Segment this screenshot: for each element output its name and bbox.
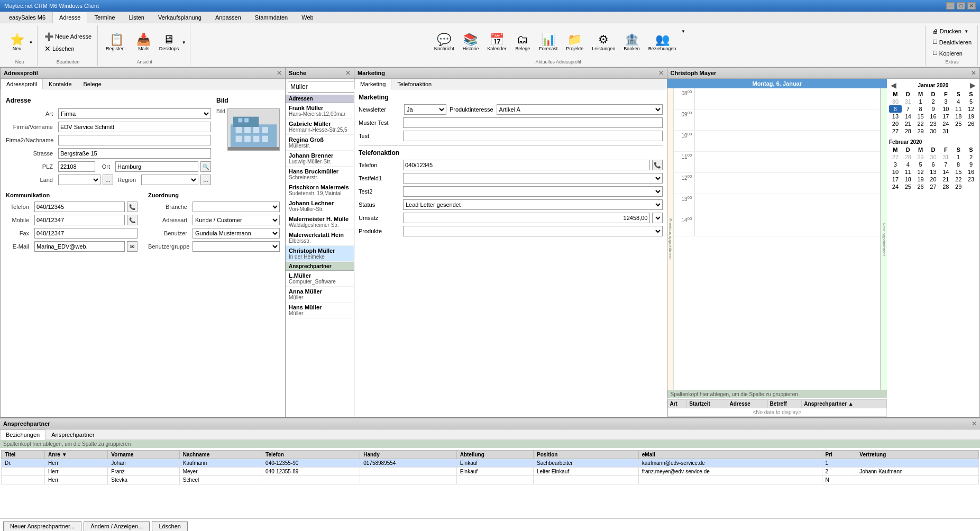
jan-w2-d6[interactable]: 11 — [952, 105, 965, 113]
jan-w2-d2[interactable]: 7 — [902, 105, 914, 113]
slot-12[interactable] — [695, 173, 881, 194]
suche-item-gabriele-mueller[interactable]: Gabriele Müller Hermann-Hesse-Str.25,5 — [286, 119, 354, 135]
ort-lookup-btn[interactable]: 🔍 — [200, 161, 211, 172]
neue-adresse-button[interactable]: ➕ Neue Adresse — [42, 31, 94, 42]
desktops-split[interactable]: 🖥 Desktops ▼ — [157, 32, 187, 53]
jan-w1-d1[interactable]: 30 — [889, 98, 902, 105]
ansp-row-meyer[interactable]: Herr Franz Meyer 040-12355-89 Einkauf Le… — [2, 468, 979, 476]
jan-w2-d3[interactable]: 8 — [914, 105, 927, 113]
suche-item-frank-mueller[interactable]: Frank Müller Hans-Meierstr.12,00mar — [286, 103, 354, 119]
branche-select[interactable] — [193, 202, 280, 212]
jan-w1-d6[interactable]: 4 — [952, 98, 965, 105]
aktuelles-more-btn[interactable]: ▼ — [681, 29, 686, 34]
new-dropdown-arrow[interactable]: ▼ — [29, 32, 34, 53]
tab-adressprofil[interactable]: Adressprofil — [1, 79, 43, 89]
minimize-button[interactable]: — — [946, 2, 955, 10]
banken-button[interactable]: 🏦 Banken — [620, 32, 644, 53]
produktinteresse-select[interactable]: Artikel A — [497, 104, 663, 115]
jan-w4-d5[interactable]: 24 — [939, 120, 952, 127]
tab-ansprechpartner[interactable]: Ansprechpartner — [45, 429, 100, 440]
testfeld1-select[interactable] — [403, 173, 663, 184]
ansprechpartner-close[interactable]: ✕ — [972, 420, 977, 427]
window-controls[interactable]: — □ ✕ — [946, 2, 976, 10]
email-input[interactable] — [34, 241, 125, 252]
region-btn[interactable]: … — [200, 175, 211, 185]
jan-w2-d7[interactable]: 12 — [965, 105, 977, 113]
tel-aktion-input[interactable] — [403, 160, 650, 170]
ansp-col-titel[interactable]: Titel — [2, 451, 45, 459]
january-prev-btn[interactable]: ◀ — [889, 81, 898, 89]
tab-kontakte[interactable]: Kontakte — [43, 79, 77, 89]
art-select[interactable]: Firma Person — [58, 108, 211, 119]
jan-w4-d4[interactable]: 23 — [927, 120, 940, 127]
new-ansprechpartner-btn[interactable]: Neuer Ansprechpartner... — [3, 521, 81, 531]
suche-item-johann-lechner[interactable]: Johann Lechner Von-Müller-Str. — [286, 198, 354, 214]
jan-w2-d4[interactable]: 9 — [927, 105, 940, 113]
ansp-col-abteilung[interactable]: Abteilung — [456, 451, 533, 459]
region-select[interactable] — [141, 175, 198, 185]
jan-w4-d7[interactable]: 26 — [965, 120, 977, 127]
tab-verkaufsplanung[interactable]: Verkaufsplanung — [151, 12, 208, 23]
slot-14[interactable] — [695, 215, 881, 236]
ansp-col-position[interactable]: Position — [534, 451, 639, 459]
ansp-col-handy[interactable]: Handy — [360, 451, 456, 459]
january-next-btn[interactable]: ▶ — [968, 81, 977, 89]
status-select[interactable]: Lead Letter gesendet — [403, 199, 663, 210]
firma2-input[interactable] — [58, 135, 211, 145]
mobile-dial-btn[interactable]: 📞 — [127, 215, 138, 225]
jan-w1-d2[interactable]: 31 — [902, 98, 914, 105]
jan-w4-d1[interactable]: 20 — [889, 120, 902, 127]
tab-telefonaktion[interactable]: Telefonaktion — [391, 79, 437, 89]
ansp-col-vorname[interactable]: Vorname — [108, 451, 179, 459]
drucken-split[interactable]: 🖨 Drucken ▼ — [930, 26, 969, 36]
maximize-button[interactable]: □ — [957, 2, 965, 10]
nachricht-button[interactable]: 💬 Nachricht — [431, 32, 458, 53]
tab-easysales[interactable]: easySales M6 — [2, 12, 52, 23]
historie-button[interactable]: 📚 Historie — [459, 32, 483, 53]
jan-w5-d3[interactable]: 29 — [914, 127, 927, 135]
jan-w4-d2[interactable]: 21 — [902, 120, 914, 127]
suche-item-hans-mueller[interactable]: Hans Müller Müller — [286, 303, 354, 318]
loeschen-button[interactable]: ✕ Löschen — [42, 43, 94, 54]
telefon-dial-btn[interactable]: 📞 — [127, 202, 138, 212]
umsatz-input[interactable] — [403, 213, 650, 223]
marketing-close[interactable]: ✕ — [658, 69, 664, 77]
suche-close[interactable]: ✕ — [345, 69, 351, 77]
benutzergruppe-select[interactable] — [193, 241, 280, 252]
desktops-button[interactable]: 🖥 Desktops — [157, 32, 182, 53]
desktops-dropdown[interactable]: ▼ — [181, 32, 187, 53]
close-button[interactable]: ✕ — [967, 2, 976, 10]
ansp-col-vertretung[interactable]: Vertretung — [856, 451, 979, 459]
plz-input[interactable] — [58, 161, 95, 172]
jan-w5-d4[interactable]: 30 — [927, 127, 940, 135]
tab-adresse[interactable]: Adresse — [52, 12, 87, 23]
projekte-button[interactable]: 📁 Projekte — [562, 32, 587, 53]
drucken-dropdown[interactable]: ▼ — [964, 26, 969, 36]
fax-input[interactable] — [34, 228, 138, 239]
col-adresse[interactable]: Adresse — [727, 400, 767, 408]
ansp-col-pri[interactable]: Pri — [822, 451, 856, 459]
kalender-button[interactable]: 📅 Kalender — [483, 32, 510, 53]
jan-w2-d1[interactable]: 6 — [889, 105, 902, 113]
jan-w5-d6[interactable] — [952, 127, 965, 135]
beziehungen-button[interactable]: 👥 Beziehungen — [645, 32, 680, 53]
ansp-row-scheel[interactable]: Herr Stevka Scheel N — [2, 476, 979, 484]
land-btn[interactable]: … — [103, 175, 113, 185]
tab-belege[interactable]: Belege — [78, 79, 107, 89]
prev-appointment-btn[interactable]: Previous appointment — [667, 88, 674, 390]
adressprofil-close[interactable]: ✕ — [277, 69, 282, 77]
suche-item-christoph-mueller[interactable]: Christoph Müller In der Heimeke — [286, 246, 354, 262]
firma-input[interactable] — [58, 122, 211, 132]
col-startzeit[interactable]: Startzeit — [687, 400, 727, 408]
jan-w1-d5[interactable]: 3 — [939, 98, 952, 105]
adressart-select[interactable]: Kunde / Customer — [193, 215, 280, 225]
tab-web[interactable]: Web — [295, 12, 320, 23]
ansp-row-kaufmann[interactable]: Dr. Herr Johan Kaufmann 040-12355-90 017… — [2, 459, 979, 468]
jan-w4-d6[interactable]: 25 — [952, 120, 965, 127]
slot-08[interactable] — [695, 88, 881, 109]
jan-w1-d4[interactable]: 2 — [927, 98, 940, 105]
tab-anpassen[interactable]: Anpassen — [208, 12, 248, 23]
tel-aktion-dial-btn[interactable]: 📞 — [652, 160, 663, 170]
produkte-select[interactable] — [403, 226, 663, 236]
slot-09[interactable] — [695, 109, 881, 130]
